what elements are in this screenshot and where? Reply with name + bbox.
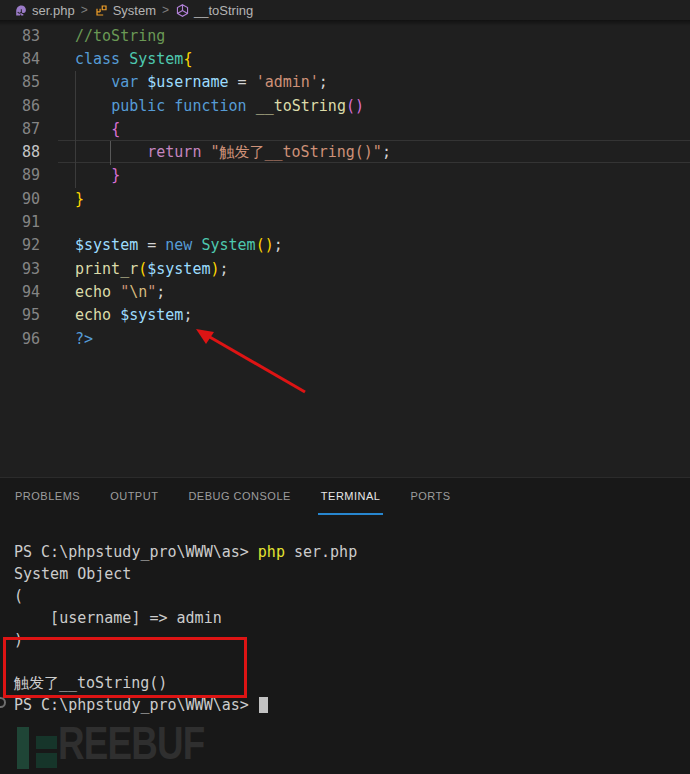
freebuf-logo-icon	[17, 727, 29, 769]
code-line[interactable]: 93print_r($system);	[0, 258, 690, 281]
breadcrumb-separator: >	[81, 3, 88, 17]
code-text: print_r($system);	[75, 258, 229, 281]
freebuf-logo-icon	[36, 736, 57, 749]
code-token	[247, 97, 256, 115]
code-token: //toString	[75, 27, 165, 45]
code-text: }	[75, 188, 84, 211]
code-token: $system	[75, 236, 138, 254]
code-line[interactable]: 90}	[0, 188, 690, 211]
code-line[interactable]: 89 }	[0, 164, 690, 187]
code-line[interactable]: 85 var $username = 'admin';	[0, 71, 690, 94]
line-number[interactable]: 94	[0, 281, 40, 304]
code-line[interactable]: 91	[0, 211, 690, 234]
line-number[interactable]: 85	[0, 71, 40, 94]
freebuf-watermark: REEBUF	[0, 722, 300, 774]
code-token: ;	[183, 306, 192, 324]
code-token: }	[75, 190, 84, 208]
line-number[interactable]: 86	[0, 95, 40, 118]
code-token: public	[111, 97, 165, 115]
line-number[interactable]: 92	[0, 234, 40, 257]
code-area[interactable]: 83//toString84class System{85 var $usern…	[0, 25, 690, 351]
line-number[interactable]: 84	[0, 48, 40, 71]
code-token: ()	[346, 97, 364, 115]
line-number[interactable]: 87	[0, 118, 40, 141]
line-number[interactable]: 91	[0, 211, 40, 234]
panel-tab-output[interactable]: OUTPUT	[110, 490, 158, 515]
code-line[interactable]: 95echo $system;	[0, 304, 690, 327]
code-line[interactable]: 83//toString	[0, 25, 690, 48]
code-token	[75, 120, 111, 138]
code-token: ;	[220, 260, 229, 278]
code-token: =	[138, 236, 165, 254]
annotation-red-box	[3, 637, 247, 698]
code-token: print_r	[75, 260, 138, 278]
terminal-line: System Object	[14, 564, 690, 586]
terminal-line: [username] => admin	[14, 608, 690, 630]
code-line[interactable]: 92$system = new System();	[0, 234, 690, 257]
code-token: "触发了__toString()"	[210, 143, 381, 161]
code-line[interactable]: 94echo "\n";	[0, 281, 690, 304]
code-token	[111, 283, 120, 301]
code-token: {	[111, 120, 120, 138]
code-token: __toString	[256, 97, 346, 115]
code-line[interactable]: 96?>	[0, 328, 690, 351]
terminal-text: [username] => admin	[14, 609, 222, 627]
terminal-line: (	[14, 586, 690, 608]
code-token: =	[229, 73, 256, 91]
panel-tab-problems[interactable]: PROBLEMS	[15, 490, 80, 515]
code-token: ;	[382, 143, 391, 161]
breadcrumb-label: System	[113, 3, 156, 18]
code-token: class	[75, 50, 120, 68]
code-text: }	[75, 164, 120, 187]
terminal-cursor	[259, 697, 268, 713]
code-line[interactable]: 88 return "触发了__toString()";	[0, 141, 690, 164]
terminal-text: System Object	[14, 565, 131, 583]
code-token: \n	[129, 283, 147, 301]
terminal-line: PS C:\phpstudy_pro\WWW\as>	[14, 695, 690, 717]
code-token	[165, 97, 174, 115]
code-token: $system	[147, 260, 210, 278]
code-text: echo "\n";	[75, 281, 165, 304]
code-token	[75, 143, 147, 161]
code-text: echo $system;	[75, 304, 192, 327]
code-line[interactable]: 86 public function __toString()	[0, 95, 690, 118]
breadcrumb-separator: >	[162, 3, 169, 17]
code-editor[interactable]: 83//toString84class System{85 var $usern…	[0, 20, 690, 477]
code-token: $username	[147, 73, 228, 91]
code-token: $system	[120, 306, 183, 324]
symbol-method-icon	[175, 3, 190, 18]
code-token: function	[174, 97, 246, 115]
code-line[interactable]: 87 {	[0, 118, 690, 141]
breadcrumb-item[interactable]: ser.php	[13, 3, 75, 18]
line-number[interactable]: 95	[0, 304, 40, 327]
line-number[interactable]: 93	[0, 258, 40, 281]
code-token	[111, 306, 120, 324]
code-token: 'admin'	[256, 73, 319, 91]
code-token: }	[111, 166, 120, 184]
code-text: var $username = 'admin';	[75, 71, 328, 94]
line-number[interactable]: 90	[0, 188, 40, 211]
code-token: echo	[75, 306, 111, 324]
code-line[interactable]: 84class System{	[0, 48, 690, 71]
code-token: {	[183, 50, 192, 68]
code-token	[75, 166, 111, 184]
code-token: System	[129, 50, 183, 68]
code-token	[75, 97, 111, 115]
panel-tab-debug-console[interactable]: DEBUG CONSOLE	[188, 490, 290, 515]
terminal-line: PS C:\phpstudy_pro\WWW\as> php ser.php	[14, 542, 690, 564]
line-number[interactable]: 89	[0, 164, 40, 187]
line-number[interactable]: 83	[0, 25, 40, 48]
php-elephant-icon	[13, 3, 28, 18]
code-text: $system = new System();	[75, 234, 283, 257]
panel-tab-terminal[interactable]: TERMINAL	[321, 490, 381, 515]
code-text: {	[75, 118, 120, 141]
panel-tab-ports[interactable]: PORTS	[410, 490, 450, 515]
line-number[interactable]: 88	[0, 141, 40, 164]
breadcrumb-item[interactable]: System	[94, 3, 156, 18]
breadcrumb-label: ser.php	[32, 3, 75, 18]
terminal-text: php	[258, 543, 285, 561]
code-token: ()	[256, 236, 274, 254]
breadcrumb-item[interactable]: __toString	[175, 3, 253, 18]
terminal-text: (	[14, 587, 23, 605]
line-number[interactable]: 96	[0, 328, 40, 351]
